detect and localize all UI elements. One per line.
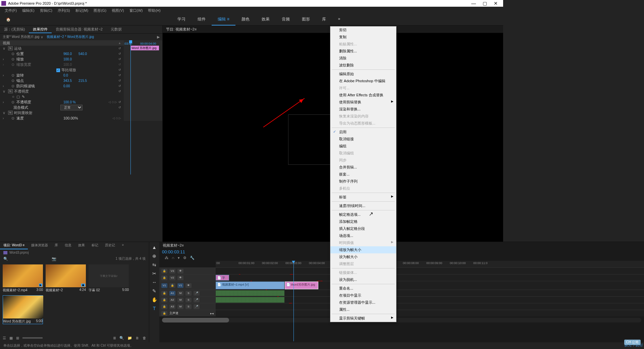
source-tabs: 源：(无剪辑) 效果控件 音频剪辑混合器: 视频素材~2 元数据 [0,26,162,34]
ec-time-remap[interactable]: ∨ fx 时间重映射 [0,110,124,115]
ec-position: ⊙ 位置 960.0 540.0 ↺ [0,51,124,56]
ctx-删除属性...[interactable]: 删除属性... [330,48,396,55]
home-button[interactable]: 🏠 [2,15,15,24]
ec-scale-width: › ⊙ 缩放宽度 100.0 ↺ [0,62,124,67]
ripple-tool[interactable]: ⇆ [152,262,156,267]
workspace-graphics[interactable]: 图形 [296,14,316,26]
menu-file[interactable]: 文件(F) [3,7,19,14]
position-x[interactable]: 960.0 [63,52,72,56]
ctx-编组[interactable]: 编组 [330,143,396,150]
tab-audio-mixer[interactable]: 音频剪辑混合器: 视频素材~2 [52,26,107,33]
workspace-editing[interactable]: 编辑 ≡ [212,14,235,26]
ctx-编辑原始[interactable]: 编辑原始 [330,70,396,78]
tab-markers[interactable]: 标记 [88,242,102,249]
ctx-速度/持续时间...[interactable]: 速度/持续时间... [330,202,396,209]
scale-value[interactable]: 100.0 [63,57,72,61]
tab-history[interactable]: 历史记 [102,242,118,249]
ctx-复制[interactable]: 复制 [330,34,396,41]
workspace-assembly[interactable]: 组件 [192,14,212,26]
ec-clip[interactable]: 视频素材~2 * Word另存图片.jpg [47,35,94,39]
ctx-波纹删除[interactable]: 波纹删除 [330,62,396,69]
workspace-learn[interactable]: 学习 [171,14,192,26]
wrench-icon[interactable]: 🔧 [190,256,195,260]
ctx-帧定格选项...[interactable]: 帧定格选项... [330,211,396,218]
maximize-button[interactable]: ▢ [483,1,487,6]
ec-mini-timeline[interactable]: :03:00 00:00:04:00 Word 另存图片.jpg [124,40,162,121]
settings-icon[interactable]: ⚙ [183,256,186,260]
timeline-playhead[interactable] [293,261,294,272]
ellipse-mask-icon[interactable]: ○ [12,95,14,99]
ctx-使用 After Effects 合成替换[interactable]: 使用 After Effects 合成替换 [330,92,396,99]
ctx-取消链接[interactable]: 取消链接 [330,136,396,143]
timeline-time[interactable]: 00:00:03:11 [162,249,185,254]
rotation-value[interactable]: 0.0 [63,73,68,77]
tab-project[interactable]: 项目: Word3 ≡ [0,242,28,249]
ec-motion[interactable]: ∨ fx 运动 ↺ [0,46,124,51]
minimize-button[interactable]: — [471,1,476,6]
anchor-x[interactable]: 343.5 [63,79,72,83]
tab-info[interactable]: 信息 [61,242,75,249]
ctx-合并剪辑...[interactable]: 合并剪辑... [330,164,396,171]
menu-help[interactable]: 帮助(H) [146,7,162,14]
anchor-y[interactable]: 215.5 [78,79,87,83]
tab-media-browser[interactable]: 媒体浏览器 [28,242,51,249]
camera-icon[interactable]: 📷 [52,257,56,261]
position-y[interactable]: 540.0 [78,52,87,56]
tab-effects[interactable]: 效果 [75,242,88,249]
tab-libraries[interactable]: 库 [51,242,61,249]
flicker-value[interactable]: 0.00 [63,84,70,88]
razor-tool[interactable]: ✂ [152,271,156,272]
rect-mask-icon[interactable]: ▢ [16,95,20,99]
selection-tool[interactable]: ▲ [152,245,157,250]
ctx-使用剪辑替换[interactable]: 使用剪辑替换▶ [330,99,396,106]
ctx-插入帧定格分段[interactable]: 插入帧定格分段 [330,225,396,232]
bottom-area: 项目: Word3 ≡ 媒体浏览器 库 信息 效果 标记 历史记 » Word3… [0,242,503,272]
close-button[interactable]: ✕ [494,1,498,6]
project-item-0[interactable]: ▶ 视频素材~2.mp43:00 [3,264,43,272]
ctx-场选项...[interactable]: 场选项... [330,232,396,239]
tab-overflow[interactable]: » [118,242,127,249]
blend-select[interactable]: 正常 [60,105,83,110]
menu-view[interactable]: 视图(V) [110,7,126,14]
tab-effect-controls[interactable]: 效果控件 [29,26,52,33]
ctx-渲染和替换...[interactable]: 渲染和替换... [330,106,396,113]
ctx-标签[interactable]: 标签▶ [330,194,396,201]
ctx-嵌套...[interactable]: 嵌套... [330,171,396,178]
lock-v3[interactable]: 🔒 [161,269,167,273]
track-select-tool[interactable]: ⊕ [152,253,156,259]
tab-source[interactable]: 源：(无剪辑) [0,26,29,33]
workspace-libraries[interactable]: 库 [316,14,332,26]
menu-edit[interactable]: 编辑(E) [20,7,37,14]
workspace-audio[interactable]: 音频 [276,14,296,26]
tab-metadata[interactable]: 元数据 [107,26,126,33]
menu-sequence[interactable]: 序列(S) [56,7,72,14]
menu-graphics[interactable]: 图形(G) [92,7,108,14]
workspace-effects[interactable]: 效果 [256,14,276,26]
uniform-checkbox[interactable]: ✓ [56,68,60,72]
reset-icon[interactable]: ↺ [118,47,121,50]
snap-icon[interactable]: ⁂ [165,256,168,260]
ctx-添加帧定格[interactable]: 添加帧定格 [330,218,396,225]
search-icon[interactable]: 🔍 [3,257,8,261]
menu-marker[interactable]: 标记(M) [73,7,91,14]
linked-icon[interactable]: ∩ [172,256,174,260]
workspace-overflow[interactable]: » [332,14,346,26]
menu-clip[interactable]: 剪辑(C) [38,7,54,14]
ctx-启用[interactable]: 启用✓ [330,129,396,136]
ctx-设为帧大小[interactable]: 设为帧大小 [330,253,396,260]
ec-opacity[interactable]: ∨ fx 不透明度 ↺ [0,89,124,94]
workspace-color[interactable]: 颜色 [235,14,256,26]
menu-window[interactable]: 窗口(W) [127,7,145,14]
project-item-1[interactable]: ▣ 视频素材~24:24 [46,264,86,272]
pen-mask-icon[interactable]: ✎ [22,95,25,99]
ctx-制作子序列[interactable]: 制作子序列 [330,178,396,185]
project-item-2[interactable]: 字幕文字请填2 字幕 025:00 [89,264,129,272]
ctx-剪切[interactable]: 剪切 [330,27,396,34]
toggle-output[interactable]: 👁 [177,269,183,273]
marker-icon[interactable]: ▾ [178,256,180,260]
ec-master[interactable]: 主要* Word 另存图片.jpg [3,35,39,39]
ec-playhead[interactable] [130,40,131,174]
ctx-缩放为帧大小[interactable]: 缩放为帧大小 [330,246,396,253]
ctx-清除[interactable]: 清除 [330,55,396,62]
ctx-在 Adobe Photoshop 中编辑[interactable]: 在 Adobe Photoshop 中编辑 [330,78,396,85]
